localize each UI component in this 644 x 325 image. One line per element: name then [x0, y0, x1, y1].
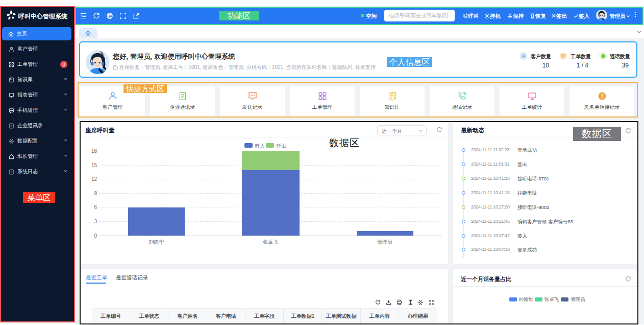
- svg-text:3: 3: [94, 219, 97, 224]
- svg-text:管理员: 管理员: [377, 239, 392, 245]
- svg-text:15: 15: [91, 163, 97, 168]
- svg-text:9: 9: [94, 191, 97, 196]
- svg-text:刘德华: 刘德华: [148, 239, 164, 245]
- svg-text:张卓飞: 张卓飞: [263, 239, 278, 245]
- svg-text:12: 12: [91, 176, 97, 182]
- svg-text:0: 0: [94, 233, 97, 239]
- svg-text:18: 18: [91, 148, 97, 154]
- svg-text:6: 6: [94, 204, 97, 210]
